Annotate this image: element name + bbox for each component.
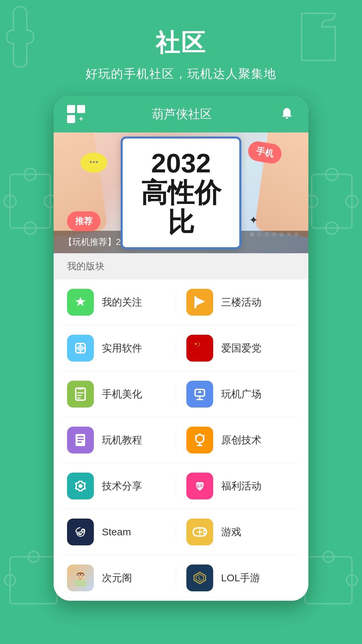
section-item-beauty[interactable]: 手机美化	[67, 381, 176, 408]
svg-point-61	[81, 575, 83, 577]
banner-container[interactable]: 2032 高性价比 ✦ ✦ 手机 推荐	[54, 132, 308, 253]
svg-rect-41	[75, 434, 78, 446]
page-subtitle: 好玩的手机社区，玩机达人聚集地	[0, 66, 362, 82]
grid-sq-3	[67, 115, 75, 123]
svg-text:L: L	[198, 575, 201, 581]
svg-rect-40	[77, 441, 82, 443]
section-item-welfare[interactable]: 福利 福利活动	[176, 473, 295, 499]
svg-point-55	[203, 530, 205, 532]
section-row-5: 技术分享 福利 福利活动	[64, 463, 298, 509]
svg-line-46	[195, 435, 196, 436]
section-item-steam[interactable]: Steam	[67, 519, 176, 545]
grid-sq-plus	[77, 115, 85, 123]
game-label: 游戏	[221, 525, 241, 539]
banner-main-text: 2032 高性价比	[136, 149, 226, 237]
phone-mockup: 葫芦侠社区 2032 高性价比	[54, 96, 308, 601]
app-topbar: 葫芦侠社区	[54, 96, 308, 132]
page-title: 社区	[0, 27, 362, 59]
plaza-label: 玩机广场	[221, 387, 261, 401]
section-item-plaza[interactable]: 玩机广场	[176, 381, 295, 408]
lol-label: LOL手游	[221, 571, 260, 585]
activity-label: 三楼活动	[221, 296, 261, 309]
svg-text:福利: 福利	[195, 483, 204, 488]
bell-button[interactable]	[279, 106, 295, 122]
section-item-tech[interactable]: 技术分享	[67, 473, 176, 499]
follow-label: 我的关注	[102, 296, 142, 309]
svg-rect-13	[305, 557, 352, 604]
original-label: 原创技术	[221, 433, 261, 447]
svg-rect-38	[77, 436, 84, 437]
sections-list: 我的关注 三楼活动	[54, 279, 308, 601]
section-row-2: 实用软件 爱国爱党	[64, 325, 298, 371]
banner-phone-screen: 2032 高性价比	[121, 137, 241, 249]
svg-point-18	[93, 161, 95, 163]
anime-icon	[67, 565, 94, 591]
welfare-icon: 福利	[186, 473, 213, 499]
follow-icon	[67, 289, 94, 316]
svg-point-19	[96, 161, 98, 163]
header-section: 社区 好玩的手机社区，玩机达人聚集地	[0, 0, 362, 96]
section-row-1: 我的关注 三楼活动	[64, 279, 298, 325]
beauty-label: 手机美化	[102, 387, 142, 401]
svg-point-17	[90, 161, 92, 163]
patriot-label: 爱国爱党	[221, 341, 261, 355]
section-item-tutorial[interactable]: 玩机教程	[67, 427, 176, 453]
svg-rect-10	[10, 557, 57, 604]
tutorial-icon	[67, 427, 94, 453]
app-title: 葫芦侠社区	[152, 106, 212, 122]
svg-rect-20	[194, 296, 196, 308]
lol-icon: L	[186, 565, 213, 591]
section-row-7: 次元阁 L LOL手游	[64, 555, 298, 601]
chat-bubble-icon	[80, 153, 107, 173]
tutorial-label: 玩机教程	[102, 433, 142, 447]
software-icon	[67, 335, 94, 362]
tech-label: 技术分享	[102, 479, 142, 493]
plaza-icon	[186, 381, 213, 408]
grid-sq-1	[67, 105, 75, 113]
anime-label: 次元阁	[102, 571, 132, 585]
my-sections-header: 我的版块	[54, 253, 308, 279]
steam-icon	[67, 519, 94, 545]
grid-plus-button[interactable]	[67, 105, 85, 123]
tech-icon	[67, 473, 94, 499]
svg-point-60	[78, 575, 79, 577]
section-item-game[interactable]: 游戏	[176, 519, 295, 545]
steam-label: Steam	[102, 526, 131, 538]
banner-text-line1: 2032	[136, 149, 226, 178]
banner-text-line2: 高性价比	[136, 178, 226, 237]
software-label: 实用软件	[102, 341, 142, 355]
original-icon	[186, 427, 213, 453]
sparkle-icon-2: ✦	[249, 214, 258, 226]
svg-rect-22	[78, 345, 83, 351]
svg-point-42	[196, 435, 204, 443]
svg-rect-62	[75, 580, 86, 586]
section-row-4: 玩机教程 原创技术	[64, 417, 298, 463]
svg-point-48	[78, 484, 82, 488]
section-item-activity[interactable]: 三楼活动	[176, 289, 295, 316]
section-row-6: Steam 游戏	[64, 509, 298, 555]
patriot-icon	[186, 335, 213, 362]
svg-rect-30	[78, 387, 83, 389]
svg-rect-39	[77, 439, 84, 440]
section-row-3: 手机美化 玩机广场	[64, 371, 298, 417]
section-item-patriot[interactable]: 爱国爱党	[176, 335, 295, 362]
section-item-follow[interactable]: 我的关注	[67, 289, 176, 316]
section-item-anime[interactable]: 次元阁	[67, 565, 176, 591]
svg-point-56	[203, 532, 205, 534]
grid-sq-2	[77, 105, 85, 113]
svg-rect-23	[192, 341, 207, 352]
activity-icon	[186, 289, 213, 316]
game-icon	[186, 519, 213, 545]
svg-line-47	[204, 435, 205, 436]
section-item-original[interactable]: 原创技术	[176, 427, 295, 453]
section-item-lol[interactable]: L LOL手游	[176, 565, 295, 591]
welfare-label: 福利活动	[221, 479, 261, 493]
badge-tuijian: 推荐	[67, 211, 101, 231]
section-item-software[interactable]: 实用软件	[67, 335, 176, 362]
beauty-icon	[67, 381, 94, 408]
